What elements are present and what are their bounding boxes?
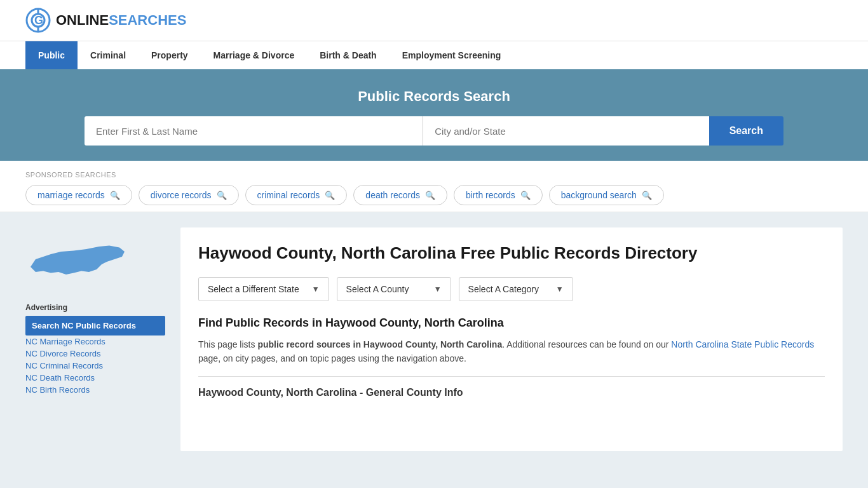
pill-label: divorce records (151, 190, 212, 200)
sidebar-link-divorce[interactable]: NC Divorce Records (25, 349, 165, 358)
find-text: This page lists public record sources in… (198, 337, 825, 366)
search-icon: 🔍 (425, 191, 435, 200)
chevron-down-icon: ▼ (556, 285, 564, 294)
nc-map (25, 227, 127, 291)
pill-marriage-records[interactable]: marriage records 🔍 (25, 185, 132, 205)
section-divider (198, 376, 825, 377)
search-icon: 🔍 (642, 191, 652, 200)
logo-online: ONLINE (56, 12, 109, 28)
chevron-down-icon: ▼ (312, 285, 320, 294)
location-input[interactable] (423, 116, 709, 146)
nav-property[interactable]: Property (139, 41, 201, 69)
nav-criminal[interactable]: Criminal (78, 41, 139, 69)
sidebar: Advertising Search NC Public Records NC … (25, 227, 165, 451)
pill-background-search[interactable]: background search 🔍 (549, 185, 664, 205)
page-title: Haywood County, North Carolina Free Publ… (198, 243, 825, 264)
sponsored-label: SPONSORED SEARCHES (25, 171, 843, 179)
content-area: Haywood County, North Carolina Free Publ… (180, 227, 843, 451)
main-nav: Public Criminal Property Marriage & Divo… (0, 41, 868, 69)
search-icon: 🔍 (520, 191, 531, 200)
search-button[interactable]: Search (709, 116, 783, 146)
logo-icon: G (25, 8, 51, 33)
main-content: Advertising Search NC Public Records NC … (0, 212, 868, 466)
nav-public[interactable]: Public (25, 41, 78, 69)
search-form: Search (85, 116, 783, 146)
state-dropdown[interactable]: Select a Different State ▼ (198, 277, 329, 301)
hero-title: Public Records Search (25, 88, 843, 105)
pill-label: birth records (466, 190, 515, 200)
logo-searches: SEARCHES (109, 12, 186, 28)
category-dropdown[interactable]: Select A Category ▼ (459, 277, 573, 301)
pill-label: death records (365, 190, 420, 200)
logo-text: ONLINESEARCHES (56, 12, 186, 29)
sidebar-link-birth[interactable]: NC Birth Records (25, 385, 165, 395)
filter-dropdowns: Select a Different State ▼ Select A Coun… (198, 277, 825, 301)
search-icon: 🔍 (217, 191, 227, 200)
sidebar-link-death[interactable]: NC Death Records (25, 373, 165, 383)
header: G ONLINESEARCHES (0, 0, 868, 41)
sidebar-ad-label: Advertising (25, 303, 165, 312)
pill-label: marriage records (37, 190, 105, 200)
nav-birth-death[interactable]: Birth & Death (307, 41, 389, 69)
find-text-bold: public record sources in Haywood County,… (257, 339, 502, 349)
find-text-part2: . Additional resources can be found on o… (502, 339, 671, 349)
svg-text:G: G (34, 14, 43, 27)
nav-marriage-divorce[interactable]: Marriage & Divorce (201, 41, 308, 69)
sidebar-link-criminal[interactable]: NC Criminal Records (25, 361, 165, 370)
pill-criminal-records[interactable]: criminal records 🔍 (245, 185, 348, 205)
pill-death-records[interactable]: death records 🔍 (353, 185, 447, 205)
logo: G ONLINESEARCHES (25, 8, 186, 33)
search-icon: 🔍 (325, 191, 335, 200)
pill-divorce-records[interactable]: divorce records 🔍 (139, 185, 239, 205)
pill-birth-records[interactable]: birth records 🔍 (454, 185, 543, 205)
find-text-part3: page, on city pages, and on topic pages … (198, 353, 466, 363)
chevron-down-icon: ▼ (434, 285, 442, 294)
hero-section: Public Records Search Search (0, 69, 868, 161)
sidebar-link-marriage[interactable]: NC Marriage Records (25, 337, 165, 346)
general-info-heading: Haywood County, North Carolina - General… (198, 387, 825, 398)
category-dropdown-label: Select A Category (468, 284, 539, 294)
find-heading: Find Public Records in Haywood County, N… (198, 316, 825, 330)
name-input[interactable] (85, 116, 423, 146)
nav-employment[interactable]: Employment Screening (390, 41, 514, 69)
county-dropdown-label: Select A County (346, 284, 409, 294)
state-dropdown-label: Select a Different State (208, 284, 299, 294)
pill-label: criminal records (257, 190, 320, 200)
nc-state-records-link[interactable]: North Carolina State Public Records (671, 339, 814, 349)
county-dropdown[interactable]: Select A County ▼ (337, 277, 451, 301)
find-text-part1: This page lists (198, 339, 257, 349)
sponsored-pills: marriage records 🔍 divorce records 🔍 cri… (25, 185, 843, 205)
sidebar-ad-item[interactable]: Search NC Public Records (25, 316, 165, 336)
search-icon: 🔍 (110, 191, 120, 200)
sponsored-section: SPONSORED SEARCHES marriage records 🔍 di… (0, 161, 868, 212)
pill-label: background search (561, 190, 637, 200)
